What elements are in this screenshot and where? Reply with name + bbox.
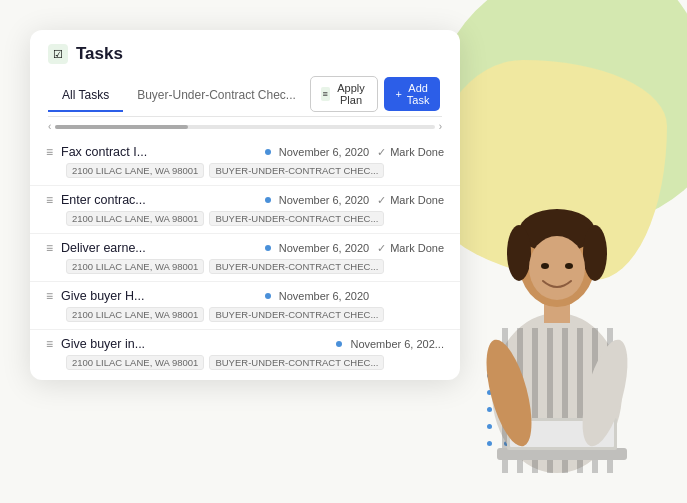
mark-done-label: Mark Done [390,146,444,158]
card-header: ☑ Tasks All Tasks Buyer-Under-Contract C… [30,30,460,117]
tab-all-tasks[interactable]: All Tasks [48,80,123,112]
svg-point-12 [583,225,607,281]
task-main-row: ≡ Enter contrac... November 6, 2020 ✓ Ma… [46,193,444,207]
task-tag-type: BUYER-UNDER-CONTRACT CHEC... [209,163,384,178]
mark-done-button[interactable]: ✓ Mark Done [377,194,444,207]
task-row: ≡ Give buyer H... November 6, 2020 ✓ Mar… [30,282,460,330]
task-name: Enter contrac... [61,193,257,207]
svg-point-15 [541,263,549,269]
task-row: ≡ Fax contract I... November 6, 2020 ✓ M… [30,138,460,186]
task-tag-address: 2100 LILAC LANE, WA 98001 [66,211,204,226]
checkmark-icon: ✓ [377,194,386,207]
task-row: ≡ Deliver earne... November 6, 2020 ✓ Ma… [30,234,460,282]
svg-point-16 [565,263,573,269]
task-name: Deliver earne... [61,241,257,255]
task-tags: 2100 LILAC LANE, WA 98001 BUYER-UNDER-CO… [46,355,444,370]
person-image [447,163,667,503]
mark-done-button[interactable]: ✓ Mark Done [377,146,444,159]
task-tags: 2100 LILAC LANE, WA 98001 BUYER-UNDER-CO… [46,307,444,322]
checkmark-icon: ✓ [377,242,386,255]
task-main-row: ≡ Deliver earne... November 6, 2020 ✓ Ma… [46,241,444,255]
task-name: Give buyer in... [61,337,328,351]
scroll-bar-row: ‹ › [30,117,460,132]
scroll-thumb [55,125,188,129]
task-dot [336,341,342,347]
task-tags: 2100 LILAC LANE, WA 98001 BUYER-UNDER-CO… [46,259,444,274]
scroll-track[interactable] [55,125,434,129]
task-list-icon: ≡ [46,145,53,159]
task-date: November 6, 2020 [279,242,370,254]
task-tag-type: BUYER-UNDER-CONTRACT CHEC... [209,307,384,322]
task-list-icon: ≡ [46,289,53,303]
task-tags: 2100 LILAC LANE, WA 98001 BUYER-UNDER-CO… [46,163,444,178]
task-main-row: ≡ Fax contract I... November 6, 2020 ✓ M… [46,145,444,159]
task-date: November 6, 2020 [279,194,370,206]
checkmark-icon: ✓ [377,146,386,159]
apply-plan-button[interactable]: ≡ Apply Plan [310,76,379,112]
task-row: ≡ Give buyer in... November 6, 202... 21… [30,330,460,372]
mark-done-label: Mark Done [390,194,444,206]
add-task-label: Add Task [407,82,430,106]
svg-point-14 [529,236,585,300]
task-name: Fax contract I... [61,145,257,159]
mark-done-label: Mark Done [390,242,444,254]
task-dot [265,245,271,251]
task-list-icon: ≡ [46,193,53,207]
tasks-card: ☑ Tasks All Tasks Buyer-Under-Contract C… [30,30,460,380]
apply-plan-icon: ≡ [321,87,330,101]
tabs-row: All Tasks Buyer-Under-Contract Chec... ≡… [48,76,442,117]
add-task-button[interactable]: + Add Task [384,77,440,111]
svg-point-13 [507,225,531,281]
add-icon: + [395,88,401,100]
task-date: November 6, 2020 [279,146,370,158]
task-main-row: ≡ Give buyer in... November 6, 202... [46,337,444,351]
apply-plan-label: Apply Plan [335,82,368,106]
tab-buyer-under-contract[interactable]: Buyer-Under-Contract Chec... [123,80,310,112]
task-tags: 2100 LILAC LANE, WA 98001 BUYER-UNDER-CO… [46,211,444,226]
card-title: Tasks [76,44,123,64]
task-dot [265,149,271,155]
task-tag-type: BUYER-UNDER-CONTRACT CHEC... [209,259,384,274]
mark-done-button[interactable]: ✓ Mark Done [377,242,444,255]
tasks-list: ≡ Fax contract I... November 6, 2020 ✓ M… [30,132,460,380]
task-list-icon: ≡ [46,337,53,351]
tasks-icon: ☑ [48,44,68,64]
task-tag-address: 2100 LILAC LANE, WA 98001 [66,163,204,178]
task-tag-address: 2100 LILAC LANE, WA 98001 [66,307,204,322]
task-tag-type: BUYER-UNDER-CONTRACT CHEC... [209,355,384,370]
task-tag-address: 2100 LILAC LANE, WA 98001 [66,355,204,370]
task-dot [265,293,271,299]
task-main-row: ≡ Give buyer H... November 6, 2020 ✓ Mar… [46,289,444,303]
tabs-actions: ≡ Apply Plan + Add Task [310,76,451,116]
task-name: Give buyer H... [61,289,257,303]
task-tag-type: BUYER-UNDER-CONTRACT CHEC... [209,211,384,226]
task-list-icon: ≡ [46,241,53,255]
task-date: November 6, 202... [350,338,444,350]
task-date: November 6, 2020 [279,290,370,302]
task-dot [265,197,271,203]
task-tag-address: 2100 LILAC LANE, WA 98001 [66,259,204,274]
scroll-left-arrow[interactable]: ‹ [48,121,51,132]
scroll-right-arrow[interactable]: › [439,121,442,132]
title-row: ☑ Tasks [48,44,442,64]
task-row: ≡ Enter contrac... November 6, 2020 ✓ Ma… [30,186,460,234]
